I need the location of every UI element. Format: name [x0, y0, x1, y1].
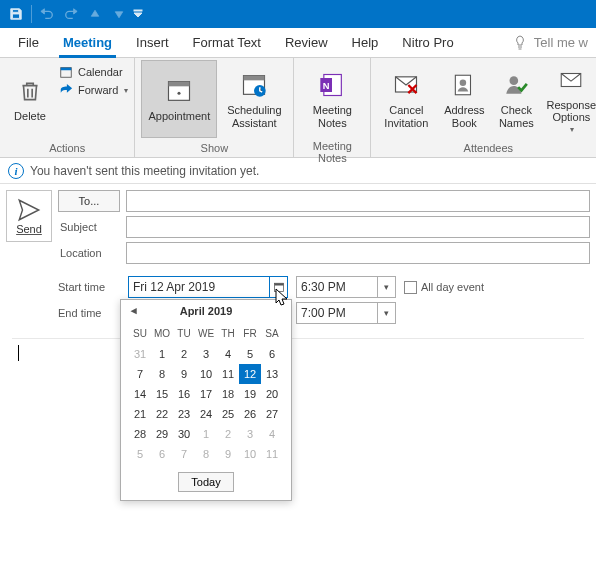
customize-qa-icon[interactable]	[131, 2, 145, 26]
calendar-day[interactable]: 14	[129, 384, 151, 404]
appointment-button[interactable]: Appointment	[141, 60, 217, 138]
send-button[interactable]: Send	[6, 190, 52, 242]
scheduling-label: Scheduling Assistant	[227, 104, 281, 129]
end-time-label: End time	[58, 307, 120, 319]
meeting-form: Send To... Subject Location Start time F…	[0, 184, 596, 324]
svg-text:N: N	[323, 80, 330, 90]
group-label-attendees: Attendees	[377, 140, 596, 157]
svg-point-15	[510, 76, 519, 85]
delete-button[interactable]: Delete	[6, 60, 54, 138]
calendar-day[interactable]: 3	[195, 344, 217, 364]
meeting-body-editor[interactable]	[12, 338, 584, 551]
calendar-day[interactable]: 10	[195, 364, 217, 384]
calendar-day[interactable]: 5	[129, 444, 151, 464]
menu-help[interactable]: Help	[342, 31, 389, 54]
all-day-checkbox[interactable]: All day event	[404, 281, 484, 294]
copy-to-calendar-button[interactable]: Calendar	[58, 64, 128, 80]
menu-format-text[interactable]: Format Text	[183, 31, 271, 54]
info-bar: i You haven't sent this meeting invitati…	[0, 158, 596, 184]
calendar-day[interactable]: 29	[151, 424, 173, 444]
calendar-day[interactable]: 2	[173, 344, 195, 364]
onenote-icon: N	[316, 69, 348, 101]
calendar-day[interactable]: 7	[129, 364, 151, 384]
menu-insert[interactable]: Insert	[126, 31, 179, 54]
today-button[interactable]: Today	[178, 472, 233, 492]
cancel-invitation-button[interactable]: Cancel Invitation	[377, 60, 435, 138]
calendar-day[interactable]: 6	[261, 344, 283, 364]
calendar-day[interactable]: 4	[261, 424, 283, 444]
calendar-day[interactable]: 28	[129, 424, 151, 444]
calendar-day[interactable]: 16	[173, 384, 195, 404]
calendar-day[interactable]: 9	[173, 364, 195, 384]
calendar-day[interactable]: 26	[239, 404, 261, 424]
address-book-button[interactable]: Address Book	[439, 60, 489, 138]
prev-item-icon[interactable]	[83, 2, 107, 26]
calendar-day[interactable]: 19	[239, 384, 261, 404]
calendar-day[interactable]: 17	[195, 384, 217, 404]
calendar-day[interactable]: 8	[151, 364, 173, 384]
calendar-day[interactable]: 6	[151, 444, 173, 464]
calendar-day[interactable]: 11	[217, 364, 239, 384]
day-of-week-header: TU	[173, 324, 195, 344]
calendar-day[interactable]: 3	[239, 424, 261, 444]
end-time-combo[interactable]: 7:00 PM ▾	[296, 302, 396, 324]
calendar-day[interactable]: 23	[173, 404, 195, 424]
calendar-day[interactable]: 31	[129, 344, 151, 364]
undo-icon[interactable]	[35, 2, 59, 26]
tell-me-search[interactable]: Tell me w	[512, 35, 588, 51]
prev-month-button[interactable]: ◂	[127, 303, 141, 317]
chevron-down-icon[interactable]: ▾	[377, 277, 395, 297]
svg-rect-7	[244, 76, 265, 81]
calendar-day[interactable]: 27	[261, 404, 283, 424]
calendar-dropdown-icon[interactable]	[269, 277, 287, 297]
calendar-day[interactable]: 20	[261, 384, 283, 404]
calendar-day[interactable]: 8	[195, 444, 217, 464]
menu-file[interactable]: File	[8, 31, 49, 54]
calendar-day[interactable]: 13	[261, 364, 283, 384]
to-button[interactable]: To...	[58, 190, 120, 212]
day-of-week-header: SA	[261, 324, 283, 344]
calendar-day[interactable]: 21	[129, 404, 151, 424]
response-options-button[interactable]: Response Options ▾	[543, 60, 596, 138]
calendar-day[interactable]: 25	[217, 404, 239, 424]
calendar-day[interactable]: 15	[151, 384, 173, 404]
calendar-day[interactable]: 22	[151, 404, 173, 424]
calendar-day[interactable]: 10	[239, 444, 261, 464]
scheduling-assistant-button[interactable]: Scheduling Assistant	[221, 60, 287, 138]
calendar-day[interactable]: 1	[195, 424, 217, 444]
calendar-day[interactable]: 24	[195, 404, 217, 424]
forward-icon	[58, 82, 74, 98]
to-field[interactable]	[126, 190, 590, 212]
calendar-day[interactable]: 9	[217, 444, 239, 464]
response-options-label: Response Options	[547, 99, 596, 124]
calendar-day[interactable]: 11	[261, 444, 283, 464]
calendar-day[interactable]: 30	[173, 424, 195, 444]
chevron-down-icon[interactable]: ▾	[377, 303, 395, 323]
calendar-day[interactable]: 2	[217, 424, 239, 444]
calendar-day[interactable]: 4	[217, 344, 239, 364]
check-names-button[interactable]: Check Names	[493, 60, 539, 138]
calendar-day[interactable]: 5	[239, 344, 261, 364]
location-field[interactable]	[126, 242, 590, 264]
appointment-icon	[163, 75, 195, 107]
subject-field[interactable]	[126, 216, 590, 238]
start-time-combo[interactable]: 6:30 PM ▾	[296, 276, 396, 298]
scheduling-icon	[238, 69, 270, 101]
forward-button[interactable]: Forward ▾	[58, 82, 128, 98]
menu-meeting[interactable]: Meeting	[53, 31, 122, 54]
calendar-day[interactable]: 12	[239, 364, 261, 384]
delete-label: Delete	[14, 110, 46, 123]
meeting-notes-button[interactable]: N Meeting Notes	[300, 60, 364, 138]
group-label-show: Show	[141, 140, 287, 157]
trash-icon	[14, 75, 46, 107]
menu-review[interactable]: Review	[275, 31, 338, 54]
start-date-combo[interactable]: Fri 12 Apr 2019	[128, 276, 288, 298]
calendar-day[interactable]: 1	[151, 344, 173, 364]
menu-nitro-pro[interactable]: Nitro Pro	[392, 31, 463, 54]
redo-icon[interactable]	[59, 2, 83, 26]
calendar-day[interactable]: 18	[217, 384, 239, 404]
save-icon[interactable]	[4, 2, 28, 26]
next-item-icon[interactable]	[107, 2, 131, 26]
group-label-meeting-notes: Meeting Notes	[300, 138, 364, 167]
calendar-day[interactable]: 7	[173, 444, 195, 464]
